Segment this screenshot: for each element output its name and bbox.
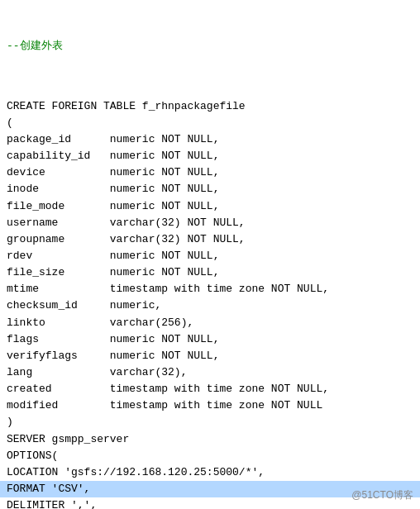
code-line: SERVER gsmpp_server bbox=[7, 431, 413, 448]
code-line: capability_id numeric NOT NULL, bbox=[7, 148, 413, 164]
code-line: OPTIONS( bbox=[7, 448, 413, 464]
code-line: username varchar(32) NOT NULL, bbox=[7, 215, 413, 231]
code-line: lang varchar(32), bbox=[7, 364, 413, 381]
code-line: device numeric NOT NULL, bbox=[7, 164, 413, 181]
code-line: file_mode numeric NOT NULL, bbox=[7, 198, 413, 215]
code-line: checksum_id numeric, bbox=[7, 297, 413, 314]
code-line: verifyflags numeric NOT NULL, bbox=[7, 348, 413, 364]
code-line: flags numeric NOT NULL, bbox=[7, 331, 413, 348]
code-line: rdev numeric NOT NULL, bbox=[7, 248, 413, 264]
code-line: LOCATION 'gsfs://192.168.120.25:5000/*', bbox=[7, 464, 413, 481]
code-lines: CREATE FOREIGN TABLE f_rhnpackagefile(pa… bbox=[0, 77, 420, 509]
comment-line: --创建外表 bbox=[7, 38, 413, 55]
code-line: linkto varchar(256), bbox=[7, 315, 413, 331]
code-line: ( bbox=[7, 115, 413, 131]
code-line: modified timestamp with time zone NOT NU… bbox=[7, 397, 413, 414]
code-line: mtime timestamp with time zone NOT NULL, bbox=[7, 281, 413, 297]
code-line: CREATE FOREIGN TABLE f_rhnpackagefile bbox=[7, 98, 413, 115]
code-block: --创建外表 bbox=[0, 0, 420, 77]
code-line: created timestamp with time zone NOT NUL… bbox=[7, 381, 413, 397]
watermark: @51CTO博客 bbox=[351, 488, 413, 502]
code-line: groupname varchar(32) NOT NULL, bbox=[7, 231, 413, 248]
code-line: inode numeric NOT NULL, bbox=[7, 181, 413, 197]
code-line: ) bbox=[7, 414, 413, 431]
code-line: package_id numeric NOT NULL, bbox=[7, 131, 413, 148]
code-line: file_size numeric NOT NULL, bbox=[7, 264, 413, 281]
